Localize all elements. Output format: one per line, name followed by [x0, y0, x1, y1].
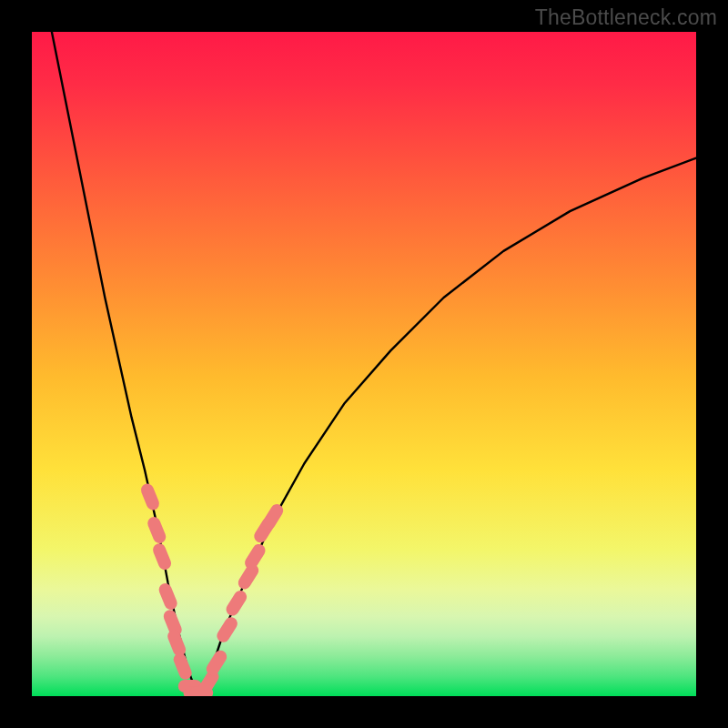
watermark-text: TheBottleneck.com — [535, 5, 717, 30]
chart-svg — [32, 32, 696, 696]
plot-area — [32, 32, 696, 696]
gradient-background — [32, 32, 696, 696]
chart-frame: TheBottleneck.com — [0, 0, 728, 728]
